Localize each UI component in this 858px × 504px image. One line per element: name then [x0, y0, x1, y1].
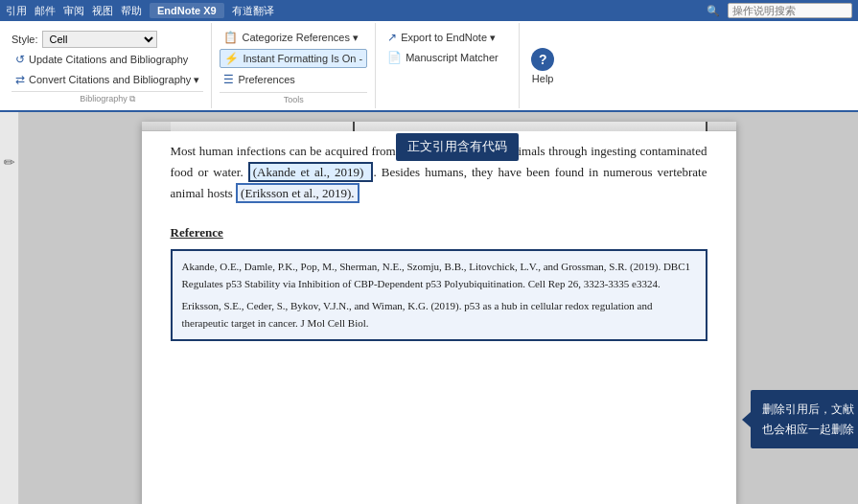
- export-group: ↗ Export to EndNote ▾ 📄 Manuscript Match…: [376, 23, 520, 108]
- references-box: Akande, O.E., Damle, P.K., Pop, M., Sher…: [171, 249, 707, 341]
- app-menu-review[interactable]: 审阅: [63, 4, 84, 18]
- references-section: Reference Akande, O.E., Damle, P.K., Pop…: [171, 223, 707, 341]
- export-icon: ↗: [387, 31, 397, 44]
- left-panel: ✎: [0, 112, 19, 504]
- app-body: ✎ Most human infections can be acquired …: [0, 112, 858, 504]
- tab-endnote[interactable]: EndNote X9: [150, 3, 224, 18]
- style-select[interactable]: Cell: [42, 31, 157, 48]
- operation-search-input[interactable]: [728, 3, 852, 18]
- convert-icon: ⇄: [15, 73, 25, 86]
- manuscript-icon: 📄: [387, 51, 402, 64]
- style-label: Style:: [12, 34, 38, 45]
- app-menu-view[interactable]: 视图: [92, 4, 113, 18]
- categorize-btn[interactable]: 📋 Categorize References ▾: [220, 27, 367, 46]
- references-title: Reference: [171, 223, 707, 243]
- tools-group: 📋 Categorize References ▾ ⚡ Instant Form…: [212, 23, 376, 108]
- reference-1: Akande, O.E., Damle, P.K., Pop, M., Sher…: [182, 259, 696, 292]
- pen-tool-icon[interactable]: ✎: [0, 152, 18, 172]
- help-group: ? Help: [520, 23, 566, 108]
- tab-translate[interactable]: 有道翻译: [232, 4, 274, 18]
- preferences-btn-tools[interactable]: ☰ Preferences: [220, 71, 367, 88]
- style-group: Style: Cell ↺ Update Citations and Bibli…: [4, 23, 212, 108]
- convert-citations-btn[interactable]: ⇄ Convert Citations and Bibliography ▾: [12, 71, 203, 88]
- update-icon: ↺: [15, 53, 25, 66]
- export-btn[interactable]: ↗ Export to EndNote ▾: [383, 27, 511, 46]
- manuscript-btn[interactable]: 📄 Manuscript Matcher: [383, 49, 511, 66]
- tooltip-arrow: [742, 412, 751, 427]
- tools-group-label: Tools: [284, 95, 304, 104]
- help-button[interactable]: ? Help: [531, 48, 554, 84]
- app-menu-help[interactable]: 帮助: [121, 4, 142, 18]
- app-menu-file[interactable]: 引用: [6, 4, 27, 18]
- document-page: Most human infections can be acquired fr…: [142, 122, 736, 504]
- reference-2: Eriksson, S.E., Ceder, S., Bykov, V.J.N.…: [182, 298, 696, 332]
- instant-icon: ⚡: [224, 52, 239, 65]
- bibliography-group-label: Bibliography: [80, 94, 128, 103]
- citation-1: (Akande et al., 2019): [248, 162, 374, 182]
- annotation-label: 正文引用含有代码: [396, 133, 519, 161]
- app-menu-mail[interactable]: 邮件: [35, 4, 56, 18]
- help-circle-icon: ?: [531, 48, 554, 71]
- bibliography-expand-icon[interactable]: ⧉: [129, 94, 135, 103]
- document-paragraph: Most human infections can be acquired fr…: [171, 141, 707, 204]
- preferences-icon: ☰: [223, 73, 234, 86]
- tooltip-balloon: 删除引用后，文献 也会相应一起删除: [751, 390, 859, 448]
- update-citations-btn[interactable]: ↺ Update Citations and Bibliography: [12, 51, 203, 68]
- citation-2: (Eriksson et al., 2019).: [236, 183, 359, 203]
- help-label: Help: [532, 73, 554, 84]
- ribbon-outer: 引用 邮件 审阅 视图 帮助 EndNote X9 有道翻译 🔍 Style: …: [0, 0, 858, 112]
- search-icon: 🔍: [707, 5, 720, 17]
- categorize-icon: 📋: [223, 31, 238, 44]
- instant-formatting-btn[interactable]: ⚡ Instant Formatting Is On -: [220, 49, 367, 68]
- document-area: Most human infections can be acquired fr…: [19, 112, 858, 504]
